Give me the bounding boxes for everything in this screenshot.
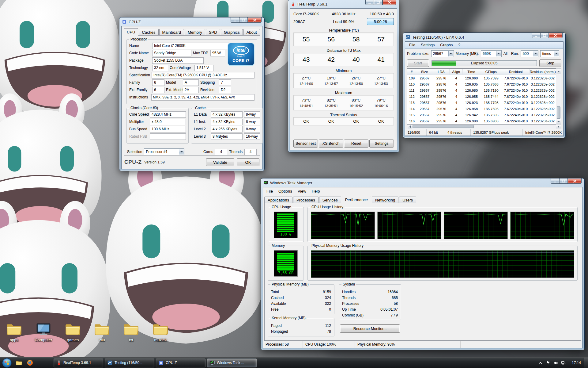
table-row[interactable]: 11429567295764126.958135.75957.672240e-0… bbox=[407, 106, 556, 112]
table-row[interactable]: 11529567295764126.942135.75967.672240e-0… bbox=[407, 112, 556, 118]
minimize-button[interactable] bbox=[551, 178, 559, 184]
tab-users[interactable]: Users bbox=[399, 197, 416, 203]
menu-view[interactable]: View bbox=[295, 187, 309, 195]
tab-applications[interactable]: Applications bbox=[264, 197, 292, 203]
problem-size-select[interactable]: 29567 bbox=[431, 50, 454, 57]
table-row[interactable]: Paged112 bbox=[271, 323, 331, 328]
menu-help[interactable]: Help bbox=[309, 187, 323, 195]
taskbar-clock[interactable]: 17:14 bbox=[569, 361, 584, 365]
uptime-timer[interactable]: 5:00:28 bbox=[367, 18, 394, 25]
stop-button[interactable]: Stop bbox=[539, 59, 561, 67]
start-button[interactable]: Start bbox=[407, 59, 429, 67]
tab-about[interactable]: About bbox=[243, 29, 260, 36]
maximize-button[interactable] bbox=[239, 17, 248, 23]
maximize-button[interactable] bbox=[374, 0, 383, 5]
scrollbar-thumb[interactable] bbox=[413, 125, 474, 128]
table-row[interactable]: 11329567295764126.923135.77957.672240e-0… bbox=[407, 100, 556, 106]
close-button[interactable] bbox=[568, 178, 582, 184]
processor-select[interactable]: Processor #1 bbox=[144, 148, 184, 155]
tab-memory[interactable]: Memory bbox=[185, 29, 205, 36]
column-header[interactable]: Time bbox=[463, 69, 480, 75]
column-header[interactable]: GFlops bbox=[480, 69, 502, 75]
action-center-flag-icon[interactable] bbox=[546, 361, 550, 365]
linx-titlebar[interactable]: Testing (116/500) - LinX 0.6.4 bbox=[403, 33, 565, 41]
tab-networking[interactable]: Networking bbox=[372, 197, 398, 203]
table-row[interactable]: Available322 bbox=[271, 301, 331, 306]
menu-file[interactable]: File bbox=[264, 187, 276, 195]
sensor-test-button[interactable]: Sensor Test bbox=[293, 140, 318, 148]
table-row[interactable]: 11229567295764126.955135.74447.672240e-0… bbox=[407, 94, 556, 100]
minimize-button[interactable] bbox=[532, 33, 540, 38]
scroll-up-icon[interactable] bbox=[556, 69, 561, 74]
table-row[interactable]: Free0 bbox=[271, 306, 331, 312]
close-button[interactable] bbox=[248, 17, 262, 23]
run-mode-select[interactable]: times bbox=[540, 50, 559, 57]
table-row[interactable]: Processes58 bbox=[342, 301, 398, 306]
column-header[interactable]: Residual bbox=[502, 69, 530, 75]
start-button[interactable] bbox=[2, 358, 12, 368]
desktop-icon-computer[interactable]: Computer bbox=[29, 322, 58, 342]
desktop-icon-muziek[interactable]: muziek bbox=[146, 322, 175, 342]
xs-bench-button[interactable]: XS Bench bbox=[319, 140, 343, 148]
desktop-icon-txt[interactable]: txt bbox=[117, 322, 145, 342]
all-label[interactable]: All bbox=[503, 52, 507, 56]
explorer-quicklaunch-icon[interactable] bbox=[14, 358, 24, 367]
cpuz-titlebar[interactable]: CPU-Z bbox=[119, 17, 264, 26]
taskbar-button-linx[interactable]: Testing (116/50... bbox=[105, 358, 154, 367]
close-button[interactable] bbox=[549, 33, 563, 38]
speaker-icon[interactable] bbox=[553, 361, 558, 365]
table-row[interactable]: Total8159 bbox=[271, 289, 331, 295]
table-row[interactable]: Cached324 bbox=[271, 295, 331, 301]
scrollbar-thumb[interactable] bbox=[557, 106, 560, 119]
minimize-button[interactable] bbox=[231, 17, 239, 23]
desktop-icon-games[interactable]: games bbox=[59, 322, 87, 342]
horizontal-scrollbar[interactable] bbox=[407, 125, 561, 129]
column-header[interactable]: LDA bbox=[433, 69, 450, 75]
tab-services[interactable]: Services bbox=[319, 197, 341, 203]
table-row[interactable]: Commit (GB)7 / 9 bbox=[342, 312, 398, 318]
menu-options[interactable]: Options bbox=[276, 187, 295, 195]
show-desktop-button[interactable] bbox=[584, 358, 588, 368]
tab-performance[interactable]: Performance bbox=[342, 196, 371, 203]
scroll-down-icon[interactable] bbox=[556, 119, 561, 124]
menu-settings[interactable]: Settings bbox=[418, 42, 437, 48]
table-row[interactable]: Up Time0:05:01:07 bbox=[342, 306, 398, 312]
table-row[interactable]: 10929567295764126.960135.73997.672240e-0… bbox=[407, 75, 556, 81]
menu-help[interactable]: ? bbox=[455, 42, 463, 48]
minimize-button[interactable] bbox=[365, 0, 374, 5]
close-button[interactable] bbox=[383, 0, 396, 5]
tab-processes[interactable]: Processes bbox=[293, 197, 318, 203]
maximize-button[interactable] bbox=[540, 33, 549, 38]
ok-button[interactable]: OK bbox=[237, 158, 259, 166]
table-row[interactable]: 11629567295764126.999135.69867.672240e-0… bbox=[407, 118, 556, 124]
table-row[interactable]: Nonpaged78 bbox=[271, 328, 331, 334]
table-row[interactable]: 11129567295764126.980135.71907.672240e-0… bbox=[407, 87, 556, 94]
column-header[interactable]: Residual (norm.) bbox=[530, 69, 556, 75]
tab-mainboard[interactable]: Mainboard bbox=[159, 29, 184, 36]
tab-spd[interactable]: SPD bbox=[206, 29, 220, 36]
scroll-right-icon[interactable] bbox=[556, 125, 561, 128]
settings-button[interactable]: Settings bbox=[369, 140, 394, 148]
realtemp-titlebar[interactable]: RealTemp 3.69.1 bbox=[288, 0, 399, 8]
tab-graphics[interactable]: Graphics bbox=[221, 29, 243, 36]
table-row[interactable]: 11029567295764126.935135.76667.672240e-0… bbox=[407, 81, 556, 87]
tab-caches[interactable]: Caches bbox=[139, 29, 158, 36]
taskbar-button-cpuz[interactable]: CPU-Z bbox=[156, 358, 205, 367]
taskbar-button-realtemp[interactable]: RealTemp 3.69.1 bbox=[54, 358, 103, 367]
menu-graphs[interactable]: Graphs bbox=[437, 42, 455, 48]
firefox-quicklaunch-icon[interactable] bbox=[25, 358, 35, 367]
desktop-icon-apps[interactable]: apps bbox=[0, 322, 28, 342]
vertical-scrollbar[interactable] bbox=[556, 68, 561, 125]
resource-monitor-button[interactable]: Resource Monitor... bbox=[340, 324, 400, 333]
memory-select[interactable]: 6693 bbox=[481, 50, 502, 57]
table-row[interactable]: Threads685 bbox=[342, 295, 398, 301]
menu-file[interactable]: File bbox=[406, 42, 418, 48]
column-header[interactable]: # bbox=[407, 69, 416, 75]
taskbar-button-taskmgr[interactable]: Windows Task ... bbox=[207, 358, 257, 367]
tray-expand-icon[interactable] bbox=[538, 361, 543, 365]
taskmgr-titlebar[interactable]: Windows Task Manager bbox=[261, 178, 584, 187]
reset-button[interactable]: Reset bbox=[344, 140, 368, 148]
desktop-icon-wiu[interactable]: wiu bbox=[88, 322, 116, 342]
run-count-select[interactable]: 500 bbox=[521, 50, 538, 57]
table-row[interactable]: Handles16864 bbox=[342, 289, 398, 295]
